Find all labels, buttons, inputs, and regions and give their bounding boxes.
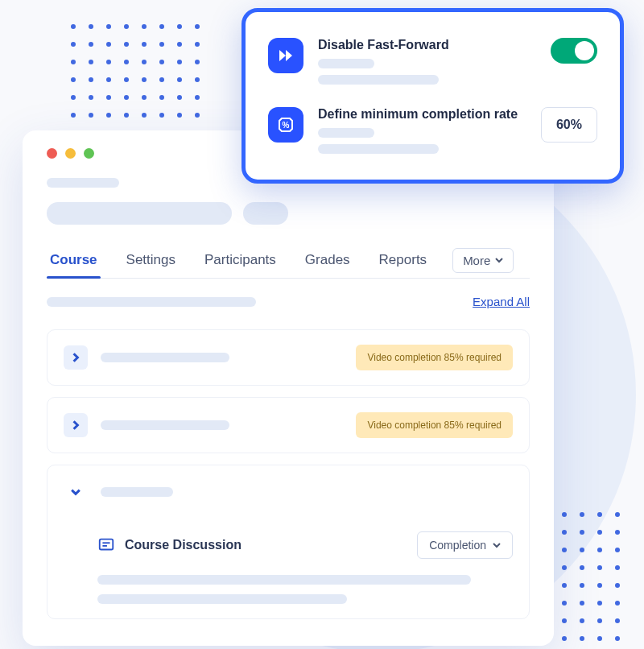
- discussion-title: Course Discussion: [125, 538, 407, 552]
- close-window[interactable]: [47, 148, 57, 159]
- course-item: Video completion 85% required: [47, 329, 530, 386]
- chevron-right-icon: [71, 353, 80, 362]
- fast-forward-toggle[interactable]: [551, 38, 597, 64]
- setting-title: Define minimum completion rate: [318, 107, 526, 122]
- expand-all-link[interactable]: Expand All: [473, 295, 530, 308]
- setting-title: Disable Fast-Forward: [318, 38, 536, 52]
- chevron-down-icon: [495, 256, 503, 264]
- completion-rate-value[interactable]: 60%: [541, 107, 597, 143]
- setting-fast-forward: Disable Fast-Forward: [268, 31, 597, 91]
- course-item-expanded: Course Discussion Completion: [47, 465, 530, 619]
- tab-participants[interactable]: Participants: [201, 242, 279, 278]
- tab-course[interactable]: Course: [47, 242, 101, 278]
- skeleton-pill: [47, 202, 232, 225]
- chevron-down-icon: [71, 487, 80, 497]
- course-item: Video completion 85% required: [47, 397, 530, 453]
- svg-text:%: %: [283, 121, 290, 130]
- skeleton-line: [101, 353, 229, 362]
- skeleton-line: [101, 420, 229, 430]
- skeleton-pill: [243, 202, 288, 225]
- main-app-window: Course Settings Participants Grades Repo…: [23, 130, 554, 646]
- skeleton-line: [47, 178, 119, 188]
- expand-chevron-button[interactable]: [64, 413, 88, 437]
- completion-badge: Video completion 85% required: [356, 412, 513, 438]
- completion-label: Completion: [429, 539, 486, 552]
- skeleton-line: [318, 59, 374, 68]
- collapse-chevron-button[interactable]: [64, 480, 88, 504]
- svg-rect-1: [100, 539, 114, 550]
- skeleton-line: [97, 575, 471, 585]
- skeleton-line: [47, 297, 256, 307]
- percentage-icon: %: [268, 107, 303, 143]
- skeleton-line: [97, 594, 347, 604]
- skeleton-line: [101, 487, 173, 497]
- page-tabs: Course Settings Participants Grades Repo…: [47, 242, 530, 279]
- tab-grades[interactable]: Grades: [302, 242, 353, 278]
- chevron-right-icon: [71, 420, 80, 430]
- maximize-window[interactable]: [84, 148, 94, 159]
- tab-more-dropdown[interactable]: More: [452, 248, 514, 273]
- completion-badge: Video completion 85% required: [356, 345, 513, 370]
- completion-dropdown[interactable]: Completion: [417, 531, 513, 559]
- minimize-window[interactable]: [65, 148, 76, 159]
- fast-forward-icon: [268, 38, 303, 73]
- expand-chevron-button[interactable]: [64, 345, 88, 370]
- tab-reports[interactable]: Reports: [376, 242, 431, 278]
- skeleton-line: [318, 128, 374, 138]
- skeleton-line: [318, 75, 439, 85]
- skeleton-line: [318, 144, 439, 154]
- setting-completion-rate: % Define minimum completion rate 60%: [268, 101, 597, 160]
- settings-overlay-card: Disable Fast-Forward % Define minimum co…: [242, 8, 624, 184]
- discussion-icon: [97, 536, 115, 554]
- chevron-down-icon: [493, 541, 501, 549]
- more-label: More: [463, 254, 490, 267]
- tab-settings[interactable]: Settings: [123, 242, 179, 278]
